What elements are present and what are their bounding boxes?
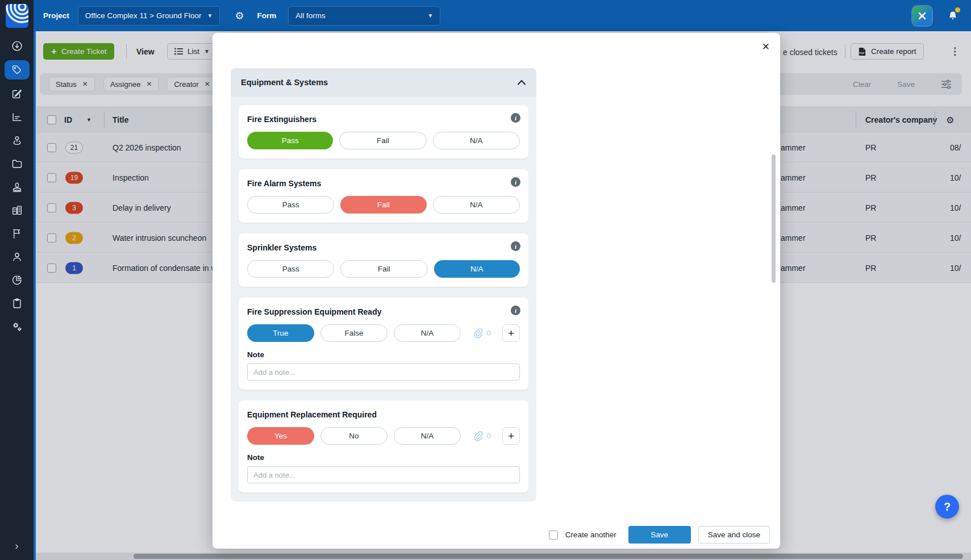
option-pass-button[interactable]: Pass [247,196,334,214]
sidebar-item-user[interactable] [5,248,30,266]
attachment-count: 0 [486,329,491,337]
sidebar-item-dashboard[interactable] [5,37,30,55]
dashboard-icon [11,40,23,52]
form-dropdown[interactable]: All forms ▼ [288,6,440,26]
clipboard-icon [11,297,23,310]
option-fail-button[interactable]: Fail [340,196,426,214]
sidebar-item-buildings[interactable] [5,201,30,219]
option-pass-button[interactable]: Pass [247,132,333,149]
paperclip-icon[interactable] [473,431,483,441]
field-card: Equipment Replacement RequiredYesNoN/A0+… [239,400,528,492]
section-title: Equipment & Systems [241,78,328,87]
ticket-form-modal: ✕ Equipment & Systems Fire Extinguishers… [212,33,780,549]
info-icon[interactable]: i [511,113,520,123]
info-icon[interactable]: i [511,306,520,315]
option-n-a-button[interactable]: N/A [394,427,461,445]
user-icon [11,250,23,263]
option-fail-button[interactable]: Fail [339,132,426,149]
folder-icon [11,157,23,170]
field-card: Sprinkler SystemsiPassFailN/A [239,233,528,287]
field-label: Fire Suppression Equipment Ready [247,307,520,316]
note-label: Note [247,350,520,359]
project-label: Project [43,11,69,20]
sidebar-item-tags[interactable] [5,60,30,80]
modal-scrollbar-thumb[interactable] [772,154,776,283]
section-header[interactable]: Equipment & Systems [231,68,536,97]
notification-dot [955,7,960,12]
app-switcher-icon[interactable] [912,6,932,26]
settings-gears-icon [11,320,23,333]
tags-icon [11,64,23,76]
option-n-a-button[interactable]: N/A [433,196,520,214]
create-another-label: Create another [565,530,616,539]
paperclip-icon[interactable] [473,328,483,338]
sidebar-item-stamp[interactable] [5,178,30,196]
add-attachment-button[interactable]: + [502,324,520,342]
sidebar-nav [5,37,30,336]
field-label: Equipment Replacement Required [247,410,520,419]
buildings-icon [11,204,23,216]
option-n-a-button[interactable]: N/A [433,132,520,149]
option-n-a-button[interactable]: N/A [394,324,461,342]
sidebar-expand-chevron-icon[interactable]: › [0,540,34,552]
flag-icon [11,227,23,240]
save-and-close-button[interactable]: Save and close [698,526,770,544]
option-yes-button[interactable]: Yes [247,427,314,445]
attachment-count: 0 [486,432,491,440]
option-n-a-button[interactable]: N/A [434,260,520,278]
create-another-checkbox[interactable] [549,530,558,540]
add-attachment-button[interactable]: + [502,427,520,445]
sidebar: › [0,0,34,560]
info-icon[interactable]: i [511,241,520,251]
option-false-button[interactable]: False [320,324,387,342]
collapse-chevron-up-icon[interactable] [517,80,526,85]
section-body: Fire ExtinguishersiPassFailN/AFire Alarm… [231,97,536,502]
field-label: Sprinkler Systems [247,243,520,252]
sidebar-item-settings-gears[interactable] [5,317,30,336]
option-true-button[interactable]: True [247,324,314,342]
project-settings-gear-icon[interactable]: ⚙ [235,10,244,22]
user-location-icon [11,134,23,147]
sidebar-item-analytics[interactable] [5,108,30,126]
field-label: Fire Extinguishers [247,115,520,124]
form-dropdown-value: All forms [295,11,326,20]
topbar: Project Office Complex 11 > Ground Floor… [34,0,971,31]
chevron-down-icon: ▼ [207,12,213,19]
form-section: Equipment & Systems Fire ExtinguishersiP… [231,68,536,502]
field-card: Fire Alarm SystemsiPassFailN/A [239,169,528,223]
analytics-icon [11,111,23,123]
brand-logo-icon[interactable] [6,4,28,28]
app-page: › Project Office Complex 11 > Ground Flo… [0,0,971,560]
note-input[interactable] [247,466,520,483]
sidebar-item-user-location[interactable] [5,131,30,149]
sidebar-item-flag[interactable] [5,224,30,243]
help-button[interactable]: ? [935,495,959,519]
modal-footer: Create another Save Save and close [549,526,770,544]
project-dropdown[interactable]: Office Complex 11 > Ground Floor ▼ [78,6,220,26]
note-label: Note [247,453,520,462]
option-pass-button[interactable]: Pass [247,260,334,278]
close-icon[interactable]: ✕ [762,41,770,53]
field-card: Fire ExtinguishersiPassFailN/A [239,105,528,158]
form-label: Form [257,11,277,20]
stamp-icon [11,181,23,193]
save-button[interactable]: Save [628,526,691,544]
field-label: Fire Alarm Systems [247,179,520,188]
sidebar-item-clipboard[interactable] [5,294,30,312]
field-card: Fire Suppression Equipment ReadyiTrueFal… [239,298,528,390]
pie-chart-icon [11,274,23,286]
note-input[interactable] [247,363,520,381]
sidebar-item-form-edit[interactable] [5,85,30,103]
chevron-down-icon: ▼ [427,12,433,19]
info-icon[interactable]: i [511,177,520,187]
sidebar-item-folder[interactable] [5,154,30,173]
option-fail-button[interactable]: Fail [340,260,427,278]
sidebar-item-pie-chart[interactable] [5,271,30,289]
project-dropdown-value: Office Complex 11 > Ground Floor [85,11,202,20]
form-edit-icon [11,87,23,100]
notifications-bell-icon[interactable] [947,10,959,22]
option-no-button[interactable]: No [320,427,387,445]
